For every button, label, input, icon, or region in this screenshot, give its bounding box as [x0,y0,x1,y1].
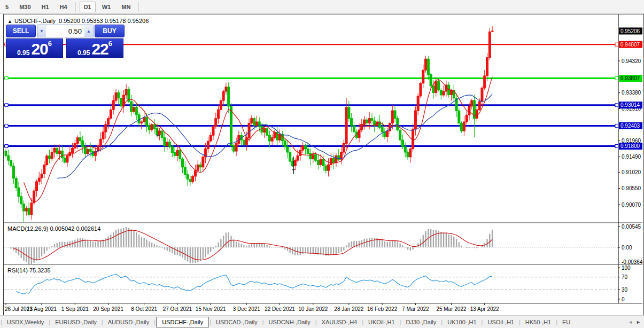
svg-text:16 Feb 2022: 16 Feb 2022 [367,306,398,312]
symbol-tab-usdcnh-daily[interactable]: USDCNH-,Daily [265,317,315,327]
svg-text:1 Sep 2021: 1 Sep 2021 [61,306,89,312]
line-handle[interactable] [5,145,8,148]
sell-button[interactable]: SELL [6,25,36,37]
symbol-tab-usdx-weekly[interactable]: USDX,Weekly [3,317,48,327]
timeframe-toolbar: 5M30H1H4D1W1MN [0,0,644,14]
line-handle[interactable] [615,77,618,80]
symbol-tab-xauusd-h4[interactable]: XAUUSD-,H4 [317,317,362,327]
tab-separator: | [519,319,521,325]
buy-price-big: 22 [91,42,108,57]
symbol-tab-audusd-daily[interactable]: AUDUSD-,Daily [104,317,154,327]
symbol-tabbar: |USDX,Weekly|EURUSD-,Daily|AUDUSD-,Daily… [0,315,644,328]
tab-separator: | [556,319,557,325]
buy-price-sup: 6 [108,40,112,48]
svg-text:0.93380: 0.93380 [622,90,641,96]
svg-text:30: 30 [622,287,628,293]
symbol-tab-eu[interactable]: EU [558,317,575,327]
tab-separator: | [102,319,103,325]
timeframe-button-5[interactable]: 5 [1,2,13,12]
svg-text:20 Sep 2021: 20 Sep 2021 [93,306,123,312]
sell-price-big: 20 [31,42,48,57]
svg-text:-0.00364: -0.00364 [622,259,642,265]
chart-canvas: 0.943200.933800.929100.919600.914900.910… [4,14,642,314]
svg-text:13 Apr 2022: 13 Apr 2022 [470,306,499,312]
svg-text:0.91020: 0.91020 [622,169,641,175]
svg-text:0.00545: 0.00545 [622,224,641,230]
chart-window: 0.943200.933800.929100.919600.914900.910… [3,14,644,316]
svg-text:0.91800: 0.91800 [620,143,640,149]
line-handle[interactable] [615,124,618,127]
svg-text:0.94320: 0.94320 [622,58,641,64]
toolbar-separator [75,2,76,12]
line-handle[interactable] [5,104,8,107]
line-handle[interactable] [615,104,618,107]
svg-text:0.00: 0.00 [622,245,632,251]
tab-separator: | [49,319,50,325]
svg-text:10 Jan 2022: 10 Jan 2022 [298,306,328,312]
symbol-tab-ukoil-h1[interactable]: UKOil-,H1 [364,317,399,327]
moving-average-layer [24,77,493,202]
svg-text:25 Mar 2022: 25 Mar 2022 [436,306,467,312]
svg-text:13 Aug 2021: 13 Aug 2021 [27,306,57,312]
chart-title-text: USDCHF-,Daily 0.95200 0.95353 0.95178 0.… [14,18,149,24]
hline-levels-layer[interactable] [4,43,618,147]
svg-text:27 Oct 2021: 27 Oct 2021 [163,306,192,312]
volume-stepper: ▼ ▲ [37,25,94,37]
tab-separator: | [400,319,401,325]
chart-title: ▲USDCHF-,Daily 0.95200 0.95353 0.95178 0… [7,18,149,24]
svg-text:22 Dec 2021: 22 Dec 2021 [265,306,295,312]
buy-price-box[interactable]: 0.95 22 6 [66,38,123,58]
timeframe-button-mn[interactable]: MN [117,2,135,12]
date-axis: 26 Jul 202113 Aug 20211 Sep 202120 Sep 2… [5,303,499,312]
tab-separator: | [1,319,2,325]
symbol-tab-usdcad-daily[interactable]: USDCAD-,Daily [212,317,262,327]
timeframe-button-h1[interactable]: H1 [37,2,53,12]
svg-text:28 Jan 2022: 28 Jan 2022 [334,306,363,312]
volume-increase-icon[interactable]: ▲ [84,25,93,37]
tab-separator: | [210,319,211,325]
timeframe-button-h4[interactable]: H4 [56,2,72,12]
line-handle[interactable] [615,145,618,148]
timeframe-button-w1[interactable]: W1 [98,2,115,12]
svg-text:0.95206: 0.95206 [620,28,640,34]
tab-separator: | [441,319,443,325]
price-axis: 0.943200.933800.929100.919600.914900.910… [618,28,642,302]
macd-indicator-label: MACD(12,26,9) 0.005042 0.002614 [7,225,100,232]
timeframe-button-d1[interactable]: D1 [80,2,96,12]
svg-text:0.92403: 0.92403 [620,123,640,129]
svg-text:0.90070: 0.90070 [622,202,641,208]
symbol-tab-hk50-h1[interactable]: HK50-,H1 [521,317,555,327]
tab-separator: | [262,319,264,325]
svg-text:70: 70 [622,274,628,280]
svg-text:0.91490: 0.91490 [622,154,641,160]
tab-separator: | [315,319,317,325]
tab-scroll-left-icon[interactable]: ◄ [628,319,633,325]
buy-button[interactable]: BUY [95,25,125,37]
symbol-arrow-icon: ▲ [7,19,12,24]
macd-panel-layer [4,227,618,264]
symbol-tab-usoil-h1[interactable]: USOil-,H1 [483,317,518,327]
tab-separator: | [154,319,156,325]
sell-price-small: 0.95 [17,49,29,57]
tab-separator: | [362,319,363,325]
svg-text:15 Nov 2021: 15 Nov 2021 [196,306,226,312]
volume-input[interactable] [46,25,84,37]
sell-price-sup: 6 [48,40,52,48]
svg-text:7 Mar 2022: 7 Mar 2022 [402,306,429,312]
timeframe-button-m30[interactable]: M30 [15,2,35,12]
line-handle[interactable] [5,124,8,127]
rsi-panel-layer [4,274,618,294]
line-handle[interactable] [615,43,618,46]
symbol-tab-uk100-h1[interactable]: UK100-,H1 [443,317,480,327]
volume-decrease-icon[interactable]: ▼ [37,25,46,37]
symbol-tab-dj30-daily[interactable]: DJ30-,Daily [401,317,440,327]
svg-text:0: 0 [622,296,625,302]
tab-separator: | [482,319,483,325]
tab-scroll-right-icon[interactable]: ► [636,319,641,325]
svg-text:0.93014: 0.93014 [620,102,640,108]
line-handle[interactable] [5,77,8,80]
symbol-tab-eurusd-daily[interactable]: EURUSD-,Daily [51,317,101,327]
buy-price-small: 0.95 [77,49,90,57]
symbol-tab-usdchf-daily[interactable]: USDCHF-,Daily [156,317,209,327]
sell-price-box[interactable]: 0.95 20 6 [6,38,63,58]
